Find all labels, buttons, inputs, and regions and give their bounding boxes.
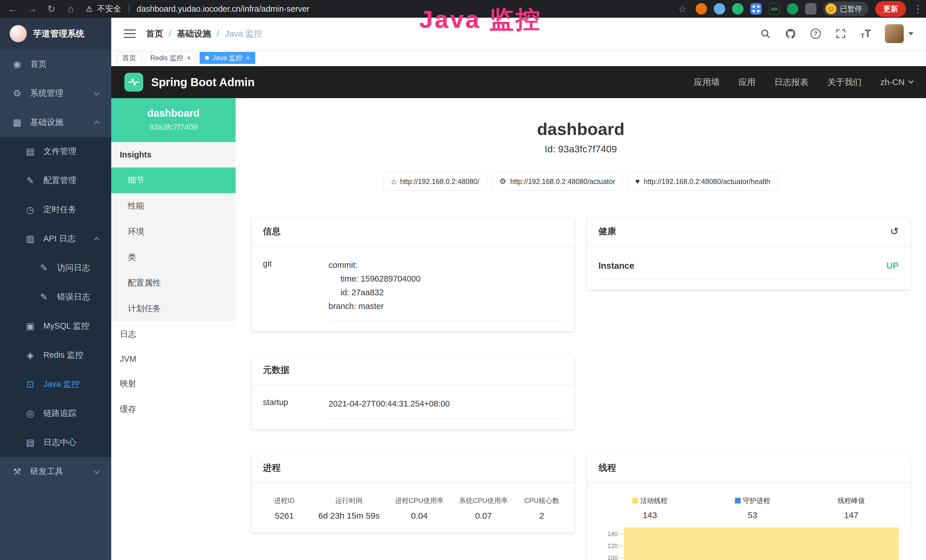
process-card: 进程 进程ID 5261 运行时间 <box>251 453 575 533</box>
font-size-icon[interactable] <box>860 28 872 40</box>
sidebar-item-file-management[interactable]: ▤ 文件管理 <box>0 137 111 166</box>
sba-group-label[interactable]: Insights <box>111 142 236 168</box>
sba-content: dashboard Id: 93a3fc7f7409 ⌂ http://192.… <box>236 98 926 560</box>
breadcrumb-current: Java 监控 <box>225 28 263 40</box>
sba-menu-item-environment[interactable]: 环境 <box>111 219 236 244</box>
actuator-url-link[interactable]: ⚙ http://192.168.0.2:48080/actuator <box>492 172 623 191</box>
chevron-down-icon <box>94 90 100 95</box>
bookmark-star-icon[interactable]: ☆ <box>676 3 689 15</box>
sidebar: 芋道管理系统 ◉ 首页 ⚙ 系统管理 ▦ 基础设施 ▤ <box>0 18 111 560</box>
sba-menu-item-logs[interactable]: 日志 <box>111 321 236 347</box>
sidebar-item-access-logs[interactable]: ✎ 访问日志 <box>0 253 111 282</box>
metadata-card-title: 元数据 <box>251 356 575 385</box>
sidebar-item-dev-tools[interactable]: ⚒ 研发工具 <box>0 457 111 486</box>
extension-icon-grid[interactable] <box>750 3 762 15</box>
sidebar-item-label: Java 监控 <box>43 378 80 390</box>
tab-close-icon[interactable]: × <box>187 54 191 61</box>
home-icon[interactable]: ⌂ <box>65 3 77 15</box>
tab-close-icon[interactable]: × <box>246 54 250 61</box>
sidebar-item-home[interactable]: ◉ 首页 <box>0 50 111 79</box>
chevron-down-icon <box>94 468 100 474</box>
address-bar[interactable]: ⚠ 不安全 dashboard.yudao.iocoder.cn/infra/a… <box>84 3 669 14</box>
health-card-title: 健康 ↺ <box>587 217 910 247</box>
page-title: dashboard <box>251 119 910 139</box>
stat-value: 5261 <box>266 511 303 521</box>
paused-badge[interactable]: ☺ 已暂停 <box>823 2 869 16</box>
breadcrumb-infrastructure[interactable]: 基础设施 <box>177 28 211 40</box>
extension-icon-green-circle[interactable] <box>732 3 743 15</box>
wrench-icon: ⚙ <box>499 177 506 186</box>
sba-menu-item-metrics[interactable]: 性能 <box>111 193 236 219</box>
sba-menu-item-mappings[interactable]: 映射 <box>111 371 236 397</box>
hamburger-toggle[interactable] <box>124 29 136 38</box>
sidebar-item-log-center[interactable]: ▤ 日志中心 <box>0 428 111 457</box>
paused-label: 已暂停 <box>840 4 862 14</box>
breadcrumb-home[interactable]: 首页 <box>146 28 163 40</box>
metadata-card-body: startup 2021-04-27T00:44:31.254+08:00 <box>251 385 575 429</box>
sidebar-item-system[interactable]: ⚙ 系统管理 <box>0 79 111 108</box>
github-icon[interactable] <box>785 28 796 40</box>
sba-menu-item-classes[interactable]: 类 <box>111 244 236 270</box>
gear-icon: ⚙ <box>11 88 23 99</box>
sba-nav-about[interactable]: 关于我们 <box>827 76 861 88</box>
sba-logo-icon[interactable] <box>124 73 143 92</box>
sidebar-item-java-monitor[interactable]: ⊡ Java 监控 <box>0 370 111 399</box>
sidebar-item-mysql-monitor[interactable]: ▣ MySQL 监控 <box>0 312 111 341</box>
stat-label: 进程ID <box>266 496 303 505</box>
sidebar-item-redis-monitor[interactable]: ◈ Redis 监控 <box>0 341 111 370</box>
sidebar-item-scheduled-jobs[interactable]: ◷ 定时任务 <box>0 195 111 224</box>
back-icon[interactable]: ← <box>6 3 19 15</box>
reload-icon[interactable]: ↻ <box>45 3 57 15</box>
forward-icon[interactable]: → <box>26 3 38 15</box>
tab-label: 首页 <box>123 53 136 62</box>
search-icon[interactable] <box>760 28 772 40</box>
app-logo-row[interactable]: 芋道管理系统 <box>0 18 111 50</box>
update-button[interactable]: 更新 <box>875 1 906 17</box>
extension-icon-leaf[interactable] <box>787 3 798 15</box>
user-menu[interactable] <box>885 24 914 43</box>
sba-menu-item-jvm[interactable]: JVM <box>111 347 236 371</box>
tab-redis-monitor[interactable]: Redis 监控 × <box>145 52 196 64</box>
url-text[interactable]: dashboard.yudao.iocoder.cn/infra/admin-s… <box>136 4 309 14</box>
sidebar-item-api-logs[interactable]: ▥ API 日志 <box>0 224 111 253</box>
tab-java-monitor[interactable]: Java 监控 × <box>200 52 255 64</box>
legend-peak-threads: 线程峰值 147 <box>838 496 865 520</box>
card-title: 健康 <box>599 226 616 238</box>
sidebar-item-trace[interactable]: ◎ 链路追踪 <box>0 399 111 428</box>
sba-nav-journal[interactable]: 日志报表 <box>774 76 808 88</box>
sidebar-item-error-logs[interactable]: ✎ 错误日志 <box>0 282 111 312</box>
sba-menu-item-config-props[interactable]: 配置属性 <box>111 270 236 296</box>
sba-nav-applications[interactable]: 应用 <box>738 76 755 88</box>
extension-icon-fox[interactable] <box>696 3 707 15</box>
sba-menu-item-scheduled-tasks[interactable]: 计划任务 <box>111 296 236 321</box>
extension-icon-switch-on[interactable]: on <box>769 3 780 15</box>
help-icon[interactable] <box>809 28 822 40</box>
avatar-caret-icon <box>908 32 914 35</box>
threads-card-body: 活动线程 143 守护进程 <box>587 483 910 560</box>
sba-locale-select[interactable]: zh-CN <box>881 77 913 87</box>
sba-menu-item-details[interactable]: 细节 <box>111 168 236 193</box>
fullscreen-icon[interactable] <box>835 28 847 40</box>
sidebar-item-label: 配置管理 <box>43 175 76 186</box>
link-url: http://192.168.0.2:48080/ <box>400 177 480 186</box>
app-logo <box>10 25 27 42</box>
sidebar-item-label: 定时任务 <box>43 204 76 215</box>
stat-value: 6d 23h 15m 59s <box>318 511 380 521</box>
sidebar-item-config-management[interactable]: ✎ 配置管理 <box>0 166 111 195</box>
instance-url-link[interactable]: ⌂ http://192.168.0.2:48080/ <box>384 172 487 191</box>
browser-menu-icon[interactable]: ⋮ <box>913 3 920 15</box>
extension-icon-drop[interactable] <box>714 3 725 15</box>
health-instance-row[interactable]: Instance UP <box>599 252 899 279</box>
tab-home[interactable]: 首页 <box>117 52 141 64</box>
home-icon: ⌂ <box>391 177 396 186</box>
not-secure-label: 不安全 <box>97 3 121 14</box>
sba-nav-wallboard[interactable]: 应用墙 <box>694 76 720 88</box>
sba-brand-title[interactable]: Spring Boot Admin <box>151 76 255 89</box>
history-icon[interactable]: ↺ <box>890 226 899 238</box>
health-instance-label: Instance <box>599 261 634 271</box>
health-url-link[interactable]: ♥ http://192.168.0.2:48080/actuator/heal… <box>627 172 778 191</box>
sidebar-item-label: MySQL 监控 <box>43 320 89 332</box>
sba-menu-item-caches[interactable]: 缓存 <box>111 397 236 422</box>
extension-icon-puzzle[interactable] <box>805 3 817 15</box>
sidebar-item-infrastructure[interactable]: ▦ 基础设施 <box>0 108 111 137</box>
